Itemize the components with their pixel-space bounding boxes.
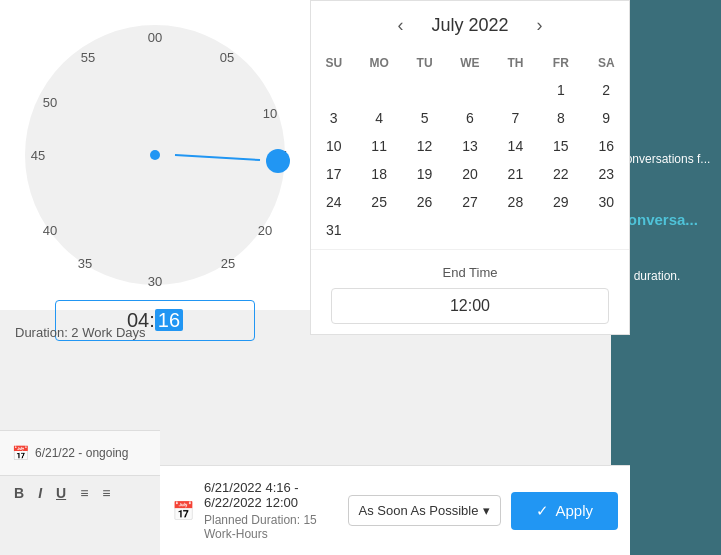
left-date-strip: 📅 6/21/22 - ongoing xyxy=(0,430,160,475)
clock-num-30: 30 xyxy=(148,274,162,289)
weekday-th: TH xyxy=(493,50,538,76)
calendar-day[interactable]: 27 xyxy=(447,188,492,216)
calendar-day[interactable]: 12 xyxy=(402,132,447,160)
calendar-day[interactable]: 10 xyxy=(311,132,356,160)
calendar-day xyxy=(311,76,356,104)
calendar-day[interactable]: 2 xyxy=(584,76,629,104)
calendar-icon-left: 📅 xyxy=(12,445,29,461)
weekday-tu: TU xyxy=(402,50,447,76)
calendar-day[interactable]: 9 xyxy=(584,104,629,132)
clock-num-00: 00 xyxy=(148,30,162,45)
underline-button[interactable]: U xyxy=(52,483,70,503)
calendar-day[interactable]: 11 xyxy=(356,132,401,160)
bold-button[interactable]: B xyxy=(10,483,28,503)
calendar-day[interactable]: 16 xyxy=(584,132,629,160)
calendar-body: 1234567891011121314151617181920212223242… xyxy=(311,76,629,244)
calendar-day[interactable]: 13 xyxy=(447,132,492,160)
ordered-list-button[interactable]: ≡ xyxy=(76,483,92,503)
clock-num-20: 20 xyxy=(258,223,272,238)
calendar-day[interactable]: 15 xyxy=(538,132,583,160)
calendar-day xyxy=(402,76,447,104)
planned-duration: Planned Duration: 15 Work-Hours xyxy=(204,513,338,541)
calendar-day xyxy=(493,76,538,104)
calendar-day xyxy=(356,216,401,244)
clock-num-40: 40 xyxy=(43,223,57,238)
asap-dropdown[interactable]: As Soon As Possible ▾ xyxy=(348,495,502,526)
calendar-day[interactable]: 4 xyxy=(356,104,401,132)
end-time-section: End Time 12:00 xyxy=(311,249,629,334)
calendar-day[interactable]: 25 xyxy=(356,188,401,216)
apply-label: Apply xyxy=(555,502,593,519)
clock-wrapper[interactable]: 00 05 10 15 20 25 30 35 40 45 50 55 xyxy=(20,20,290,290)
calendar-day[interactable]: 29 xyxy=(538,188,583,216)
check-icon: ✓ xyxy=(536,502,549,520)
clock-num-45: 45 xyxy=(31,148,45,163)
apply-button[interactable]: ✓ Apply xyxy=(511,492,618,530)
calendar-panel: ‹ July 2022 › SU MO TU WE TH FR SA 12345… xyxy=(310,0,630,335)
weekday-fr: FR xyxy=(538,50,583,76)
clock-num-35: 35 xyxy=(78,256,92,271)
end-time-label: End Time xyxy=(321,265,619,280)
clock-center xyxy=(150,150,160,160)
calendar-title: July 2022 xyxy=(431,15,508,36)
calendar-header: ‹ July 2022 › xyxy=(311,1,629,50)
bg-text-2: Conversa... xyxy=(617,208,715,232)
calendar-day[interactable]: 24 xyxy=(311,188,356,216)
left-date-label: 6/21/22 - ongoing xyxy=(35,446,128,460)
asap-label: As Soon As Possible xyxy=(359,503,479,518)
bg-text-1: Conversations f... xyxy=(617,150,715,169)
duration-label: Duration: 2 Work Days xyxy=(15,325,146,340)
clock-panel: 00 05 10 15 20 25 30 35 40 45 50 55 xyxy=(0,0,310,310)
prev-month-button[interactable]: ‹ xyxy=(389,11,411,40)
calendar-day[interactable]: 31 xyxy=(311,216,356,244)
calendar-day[interactable]: 1 xyxy=(538,76,583,104)
calendar-day[interactable]: 6 xyxy=(447,104,492,132)
calendar-day[interactable]: 8 xyxy=(538,104,583,132)
clock-num-55: 55 xyxy=(81,50,95,65)
weekday-mo: MO xyxy=(356,50,401,76)
calendar-day xyxy=(584,216,629,244)
calendar-day[interactable]: 30 xyxy=(584,188,629,216)
date-range: 6/21/2022 4:16 - 6/22/2022 12:00 xyxy=(204,480,338,510)
clock-face[interactable]: 00 05 10 15 20 25 30 35 40 45 50 55 xyxy=(20,20,290,290)
italic-button[interactable]: I xyxy=(34,483,46,503)
calendar-icon-bottom: 📅 xyxy=(172,500,194,522)
calendar-day xyxy=(538,216,583,244)
chevron-down-icon: ▾ xyxy=(483,503,490,518)
calendar-day[interactable]: 3 xyxy=(311,104,356,132)
weekday-sa: SA xyxy=(584,50,629,76)
calendar-day[interactable]: 14 xyxy=(493,132,538,160)
calendar-day[interactable]: 28 xyxy=(493,188,538,216)
calendar-day xyxy=(447,216,492,244)
clock-num-25: 25 xyxy=(221,256,235,271)
calendar-day[interactable]: 23 xyxy=(584,160,629,188)
calendar-day[interactable]: 21 xyxy=(493,160,538,188)
calendar-day[interactable]: 5 xyxy=(402,104,447,132)
calendar-day[interactable]: 22 xyxy=(538,160,583,188)
unordered-list-button[interactable]: ≡ xyxy=(98,483,114,503)
date-info: 6/21/2022 4:16 - 6/22/2022 12:00 Planned… xyxy=(204,480,338,541)
toolbar-strip: B I U ≡ ≡ xyxy=(0,475,160,510)
clock-num-05: 05 xyxy=(220,50,234,65)
bottom-bar: 📅 6/21/2022 4:16 - 6/22/2022 12:00 Plann… xyxy=(160,465,630,555)
calendar-day xyxy=(493,216,538,244)
calendar-day[interactable]: 18 xyxy=(356,160,401,188)
clock-thumb[interactable] xyxy=(266,149,290,173)
end-time-value[interactable]: 12:00 xyxy=(331,288,609,324)
calendar-day[interactable]: 19 xyxy=(402,160,447,188)
clock-num-10: 10 xyxy=(263,106,277,121)
time-minutes-highlight: 16 xyxy=(155,309,183,331)
next-month-button[interactable]: › xyxy=(529,11,551,40)
calendar-day[interactable]: 17 xyxy=(311,160,356,188)
calendar-day[interactable]: 20 xyxy=(447,160,492,188)
calendar-day[interactable]: 7 xyxy=(493,104,538,132)
weekday-we: WE xyxy=(447,50,492,76)
calendar-table: SU MO TU WE TH FR SA 1234567891011121314… xyxy=(311,50,629,244)
bg-text-3: nd duration. xyxy=(617,267,715,286)
calendar-day[interactable]: 26 xyxy=(402,188,447,216)
calendar-day xyxy=(356,76,401,104)
calendar-day xyxy=(402,216,447,244)
weekday-su: SU xyxy=(311,50,356,76)
clock-num-50: 50 xyxy=(43,95,57,110)
calendar-day xyxy=(447,76,492,104)
